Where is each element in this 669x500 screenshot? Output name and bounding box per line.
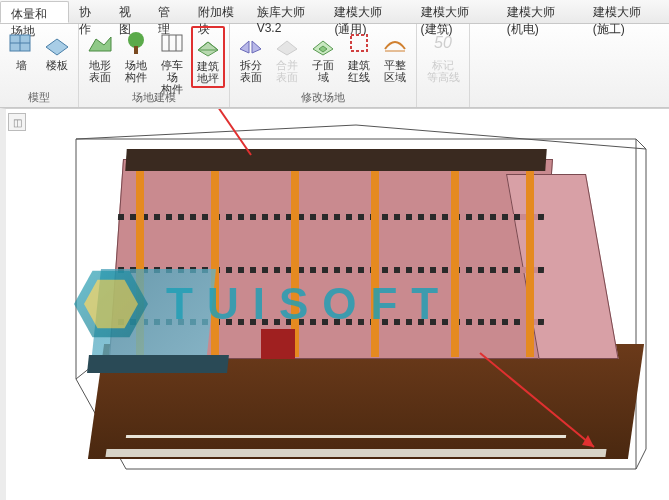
svg-rect-17: [351, 35, 367, 51]
label-contour-button: 50 标记 等高线: [421, 26, 465, 88]
svg-marker-3: [46, 39, 68, 55]
svg-marker-4: [89, 37, 111, 51]
tab-collaborate[interactable]: 协作: [69, 0, 109, 23]
split-icon: [237, 29, 265, 57]
parking-component-button[interactable]: 停车场 构件: [155, 26, 189, 88]
ribbon-group-modify-site: 拆分 表面 合并 表面 子面域 建筑 红线 平整 区域 修改场地: [230, 24, 417, 107]
tab-family-master[interactable]: 族库大师V3.2: [247, 0, 325, 23]
svg-marker-14: [277, 41, 297, 55]
merge-surface-button: 合并 表面: [270, 26, 304, 88]
button-label: 楼板: [46, 59, 68, 71]
panel-grip[interactable]: [2, 265, 6, 295]
pad-icon: [194, 30, 222, 58]
tab-mass-site[interactable]: 体量和场地: [0, 1, 69, 23]
wall-button[interactable]: 墙: [4, 26, 38, 88]
toposurface-button[interactable]: 地形表面: [83, 26, 117, 88]
button-label: 墙: [16, 59, 27, 71]
watermark-text: TUISOFT: [166, 279, 452, 329]
tab-modeling-arch[interactable]: 建模大师 (建筑): [411, 0, 497, 23]
view-cube-icon[interactable]: ◫: [8, 113, 26, 131]
button-label: 合并 表面: [276, 59, 298, 83]
tab-addins[interactable]: 附加模块: [188, 0, 247, 23]
ribbon-group-model: 墙 楼板 模型: [0, 24, 79, 107]
button-label: 地形表面: [84, 59, 116, 83]
group-label: [421, 103, 465, 107]
button-label: 场地 构件: [125, 59, 147, 83]
tree-icon: [122, 29, 150, 57]
svg-marker-12: [240, 41, 249, 53]
button-label: 标记 等高线: [427, 59, 460, 83]
site-component-button[interactable]: 场地 构件: [119, 26, 153, 88]
floor-slab-button[interactable]: 楼板: [40, 26, 74, 88]
ribbon-group-site-modeling: 地形表面 场地 构件 停车场 构件 建筑 地坪 场地建模: [79, 24, 230, 107]
button-label: 子面域: [307, 59, 339, 83]
button-label: 建筑 地坪: [197, 60, 219, 84]
ribbon: 墙 楼板 模型 地形表面 场地 构件 停车场 构件: [0, 24, 669, 108]
merge-icon: [273, 29, 301, 57]
3d-viewport[interactable]: ◫: [0, 108, 669, 500]
group-label: 模型: [4, 88, 74, 107]
tab-modeling-constr[interactable]: 建模大师 (施工): [583, 0, 669, 23]
subregion-icon: [309, 29, 337, 57]
grade-icon: [381, 29, 409, 57]
tab-modeling-general[interactable]: 建模大师 (通用): [324, 0, 410, 23]
split-surface-button[interactable]: 拆分 表面: [234, 26, 268, 88]
button-label: 拆分 表面: [240, 59, 262, 83]
graded-region-button[interactable]: 平整 区域: [378, 26, 412, 88]
tab-view[interactable]: 视图: [109, 0, 149, 23]
svg-rect-7: [162, 35, 182, 51]
wall-icon: [7, 29, 35, 57]
svg-point-5: [128, 32, 144, 48]
parking-icon: [158, 29, 186, 57]
subregion-button[interactable]: 子面域: [306, 26, 340, 88]
button-label: 平整 区域: [384, 59, 406, 83]
contour-icon: 50: [429, 29, 457, 57]
svg-marker-10: [198, 42, 218, 56]
group-label: 场地建模: [83, 88, 225, 107]
svg-marker-13: [252, 41, 261, 53]
floor-icon: [43, 29, 71, 57]
watermark-logo-icon: [66, 259, 156, 349]
ribbon-tabbar: 体量和场地 协作 视图 管理 附加模块 族库大师V3.2 建模大师 (通用) 建…: [0, 0, 669, 24]
svg-rect-6: [134, 46, 138, 54]
group-label: 修改场地: [234, 88, 412, 107]
ribbon-group-annotate: 50 标记 等高线: [417, 24, 470, 107]
property-line-button[interactable]: 建筑 红线: [342, 26, 376, 88]
tab-modeling-mep[interactable]: 建模大师 (机电): [497, 0, 583, 23]
button-label: 建筑 红线: [348, 59, 370, 83]
tab-manage[interactable]: 管理: [148, 0, 188, 23]
propline-icon: [345, 29, 373, 57]
building-pad-button[interactable]: 建筑 地坪: [191, 26, 225, 88]
watermark: TUISOFT: [66, 259, 452, 349]
topo-icon: [86, 29, 114, 57]
